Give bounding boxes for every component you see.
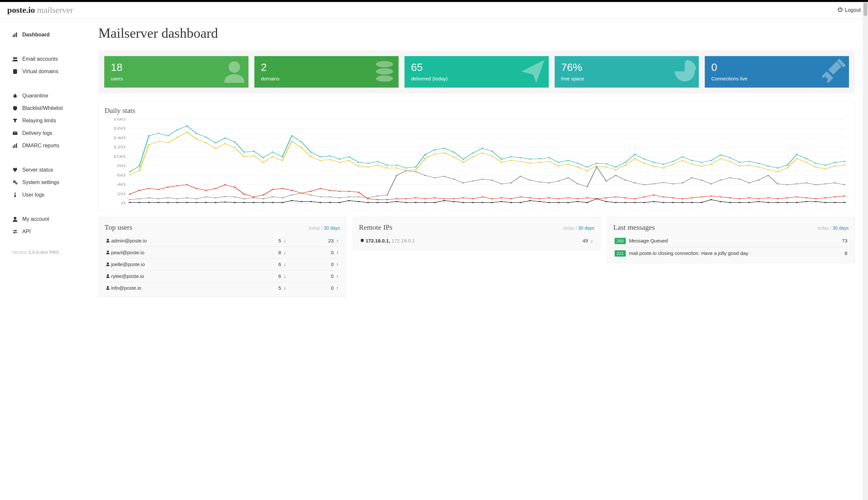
svg-point-410 [672, 202, 674, 203]
svg-point-416 [729, 202, 731, 203]
sidebar-item-dashboard[interactable]: Dashboard [12, 29, 86, 41]
user-email: info@poste.io [111, 285, 141, 291]
stat-tile-delivered-today-[interactable]: 65delivered (today) [404, 56, 549, 88]
svg-point-373 [319, 202, 321, 203]
svg-point-367 [262, 202, 265, 203]
svg-point-303 [376, 195, 379, 196]
svg-point-277 [129, 199, 131, 200]
svg-point-88 [500, 158, 503, 159]
last-message-row[interactable]: 221 mail.poste.io closing connection. Ha… [613, 247, 849, 260]
users-icon [12, 56, 19, 62]
svg-point-238 [481, 196, 483, 197]
sidebar-item-blacklist-whitelist[interactable]: Blacklist/Whitelist [12, 102, 86, 114]
top-users-row[interactable]: pearl@poste.io 8 0 [105, 247, 340, 259]
stat-tile-connections-live[interactable]: 0Connections live [705, 56, 849, 88]
top-users-row[interactable]: admin@poste.io 5 23 [105, 235, 340, 247]
svg-point-256 [653, 195, 655, 195]
top-users-30days-link[interactable]: 30 days [324, 225, 340, 231]
svg-point-211 [224, 184, 226, 185]
svg-point-194 [786, 167, 788, 168]
svg-point-280 [157, 198, 160, 199]
svg-point-339 [719, 180, 722, 180]
sidebar-item-system-settings[interactable]: System settings [12, 176, 86, 189]
svg-point-162 [481, 152, 483, 154]
svg-point-379 [376, 202, 379, 203]
svg-point-185 [701, 166, 703, 167]
svg-point-159 [453, 156, 455, 157]
svg-text:140: 140 [113, 136, 126, 140]
svg-point-207 [186, 184, 188, 185]
sidebar-item-user-logs[interactable]: User logs [12, 189, 86, 201]
svg-point-54 [176, 129, 179, 130]
svg-text:80: 80 [117, 164, 126, 168]
svg-point-52 [157, 133, 160, 134]
svg-point-262 [710, 195, 712, 196]
remote-ip-row[interactable]: 172.18.0.1, 172.18.0.1 49 [359, 235, 594, 246]
stat-tile-free-space[interactable]: 76%free space [555, 56, 699, 88]
remote-ips-panel: Remote IPs today / 30 days 172.18.0.1, 1… [353, 217, 600, 250]
in-count: 8 [278, 250, 281, 255]
sidebar-item-quarantine[interactable]: Quarantine [12, 90, 86, 102]
user-icon [106, 285, 110, 291]
message-text: mail.poste.io closing connection. Have a… [629, 250, 749, 256]
svg-point-370 [291, 200, 293, 201]
svg-point-318 [519, 176, 521, 177]
svg-line-10 [13, 97, 14, 97]
svg-point-347 [796, 183, 798, 184]
svg-point-245 [548, 197, 550, 198]
svg-point-217 [281, 188, 283, 189]
svg-point-364 [233, 202, 236, 203]
svg-point-234 [443, 198, 445, 199]
svg-point-354 [138, 202, 141, 203]
svg-point-271 [796, 196, 798, 197]
svg-point-427 [834, 202, 836, 203]
sidebar-item-virtual-domains[interactable]: Virtual domains [12, 65, 86, 78]
svg-point-314 [481, 179, 483, 180]
sidebar-item-api[interactable]: API [12, 225, 86, 238]
sidebar-item-label: Dashboard [22, 32, 50, 38]
sidebar-item-delivery-logs[interactable]: Delivery logs [12, 127, 86, 139]
svg-point-323 [567, 177, 570, 178]
last-message-row[interactable]: 250 Message Queued 73 [613, 235, 849, 247]
svg-point-66 [291, 135, 293, 136]
sidebar-item-label: System settings [22, 180, 59, 185]
top-users-row[interactable]: joelle@poste.io 6 0 [105, 259, 340, 270]
svg-point-98 [596, 163, 598, 164]
logout-button[interactable]: Logout [837, 7, 861, 13]
svg-point-145 [319, 160, 321, 161]
svg-point-134 [214, 148, 217, 149]
svg-point-267 [758, 198, 760, 199]
svg-point-161 [472, 156, 474, 157]
tile-label: free space [561, 76, 692, 81]
top-users-row[interactable]: rylee@poste.io 6 0 [105, 270, 340, 282]
svg-point-7 [14, 94, 16, 95]
svg-point-319 [529, 180, 531, 180]
top-users-row[interactable]: info@poste.io 5 0 [105, 282, 340, 294]
sidebar-item-my-account[interactable]: My account [12, 213, 86, 225]
svg-point-131 [186, 132, 188, 133]
sidebar-item-relaying-limits[interactable]: Relaying limits [12, 114, 86, 127]
svg-point-110 [710, 160, 712, 161]
svg-point-84 [462, 158, 465, 159]
svg-point-150 [367, 166, 369, 167]
stat-tile-domains[interactable]: 2domains [254, 56, 399, 88]
stat-tile-users[interactable]: 18users [104, 56, 248, 88]
arrow-up-icon [335, 250, 339, 255]
svg-point-401 [586, 202, 588, 203]
last-messages-30days-link[interactable]: 30 days [833, 225, 849, 231]
sidebar-item-server-status[interactable]: Server status [12, 164, 86, 176]
remote-ips-30days-link[interactable]: 30 days [578, 225, 594, 231]
sidebar-item-dmarc-reports[interactable]: DMARC reports [12, 139, 86, 152]
sidebar-item-email-accounts[interactable]: Email accounts [12, 53, 86, 65]
svg-point-181 [662, 167, 665, 168]
svg-point-229 [396, 198, 398, 199]
version-label: Version 2.0.0-dev PRO [12, 250, 86, 255]
svg-point-74 [367, 163, 369, 164]
svg-point-213 [243, 194, 245, 195]
svg-point-335 [681, 182, 684, 183]
svg-point-246 [558, 198, 560, 199]
svg-point-125 [129, 174, 131, 175]
scrollbar[interactable] [863, 2, 868, 317]
svg-point-152 [386, 167, 388, 168]
arrow-down-icon [283, 261, 286, 267]
